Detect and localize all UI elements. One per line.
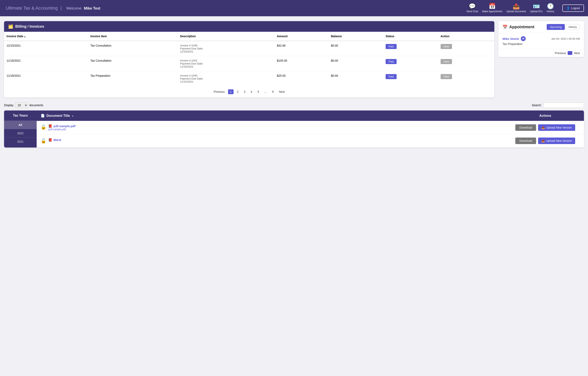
tax-year-2021[interactable]: 2021 xyxy=(4,137,37,146)
search-label: Search: xyxy=(532,104,542,107)
view-button[interactable]: View xyxy=(441,44,452,49)
docs-search-input[interactable] xyxy=(543,103,584,108)
doc-filename: 📕 pdf-sample.pdf xyxy=(48,124,75,128)
pagination-page-4[interactable]: 4 xyxy=(249,89,254,94)
download-button-0[interactable]: Download xyxy=(515,124,536,131)
col-status: Status xyxy=(383,32,438,41)
tab-upcoming[interactable]: Upcoming xyxy=(547,24,565,30)
documents-label: documents xyxy=(29,104,43,107)
doc-filename: 📕 Btest xyxy=(48,138,61,142)
cell-item: Tax Preparation xyxy=(88,71,178,86)
upload-new-button-0[interactable]: 📤 Upload New Version xyxy=(538,124,575,131)
welcome-text: Welcome Mike Test xyxy=(64,5,100,10)
upload-new-icon: 📤 xyxy=(541,126,545,129)
doc-row: 🔓 📕 pdf-sample.pdf (pdf-sample.pdf) Down… xyxy=(37,121,584,134)
tax-year-all[interactable]: All xyxy=(4,121,37,129)
nav-upload-ids[interactable]: 🪪 Upload ID's xyxy=(530,3,543,13)
appt-page-num: 1 xyxy=(568,51,572,55)
appointment-section: 📅 Appointment Upcoming History Mike Stee… xyxy=(498,21,584,57)
upload-new-button-1[interactable]: 📤 Upload New Version xyxy=(538,137,575,144)
appointment-icon: 📅 xyxy=(502,25,508,30)
cell-item: Tax Consultation xyxy=(88,56,178,71)
nav-upload-document[interactable]: 📤 Upload Document xyxy=(506,3,526,13)
pagination-page-1[interactable]: 1 xyxy=(228,89,234,94)
billing-header: 🗂️ Billing / Invoices xyxy=(4,21,494,32)
cell-balance: $0.00 xyxy=(328,41,383,56)
appt-name-text: Mike Steele xyxy=(502,37,519,41)
mail-icon[interactable]: ✉ xyxy=(521,36,526,41)
logout-label: Logout xyxy=(571,7,580,10)
brand: Ultimate Tax & Accounting | Welcome Mike… xyxy=(4,5,100,11)
chat-icon: 💬 xyxy=(469,3,476,9)
appt-top: Mike Steele ✉ Jan 04, 2022 | 09:30 AM xyxy=(502,36,580,41)
billing-title: Billing / Invoices xyxy=(15,24,44,29)
pagination-ellipsis: ... xyxy=(262,89,269,94)
pagination-page-5[interactable]: 5 xyxy=(256,89,261,94)
col-invoice-item: Invoice Item xyxy=(88,32,178,41)
docs-table-wrap: Tax Years All 2022 2021 📄 Document Title… xyxy=(4,110,584,147)
col-invoice-date: Invoice Date xyxy=(4,32,88,41)
history-icon: 🕐 xyxy=(547,3,554,9)
nav-label-upload: Upload Document xyxy=(506,10,526,13)
tab-history[interactable]: History xyxy=(566,24,580,30)
table-row: 11/16/2021 Tax Consultation Invoice #:10… xyxy=(4,56,494,71)
cell-amount: $25.00 xyxy=(274,71,329,86)
docs-main: 📄 Document Title ▲ Actions 🔓 📕 pdf-sampl… xyxy=(37,110,584,147)
doc-file-info: 📕 pdf-sample.pdf (pdf-sample.pdf) xyxy=(48,124,75,131)
cell-balance: $0.00 xyxy=(328,56,383,71)
id-icon: 🪪 xyxy=(533,3,540,9)
pagination-page-2[interactable]: 2 xyxy=(235,89,240,94)
nav-send-chat[interactable]: 💬 Send Chat xyxy=(466,3,478,13)
upload-new-icon: 📤 xyxy=(541,139,545,142)
view-button[interactable]: View xyxy=(441,74,452,79)
user-name: Mike Test xyxy=(84,6,100,10)
doc-title-icon: 📄 xyxy=(41,114,45,118)
cell-description: Invoice #:1048 Payment Due Date: 12/16/2… xyxy=(178,41,274,56)
billing-table: Invoice Date Invoice Item Description Am… xyxy=(4,32,494,86)
search-right: Search: xyxy=(532,103,584,108)
display-select[interactable]: 10 25 50 100 xyxy=(15,102,28,108)
cell-balance: $0.00 xyxy=(328,71,383,86)
docs-col-title-text: Document Title xyxy=(46,114,70,118)
status-paid-badge: Paid xyxy=(386,59,397,64)
view-button[interactable]: View xyxy=(441,59,452,64)
doc-row-actions: Download 📤 Upload New Version xyxy=(507,137,584,144)
docs-title-header: 📄 Document Title ▲ xyxy=(37,110,507,121)
doc-row-actions: Download 📤 Upload New Version xyxy=(507,124,584,131)
cell-status: Paid xyxy=(383,41,438,56)
nav-label-history: History xyxy=(547,10,554,13)
table-row: 11/16/2021 Tax Preparation Invoice #:104… xyxy=(4,71,494,86)
logout-button[interactable]: 👤 Logout xyxy=(562,4,584,12)
status-paid-badge: Paid xyxy=(386,44,397,49)
pdf-icon: 📕 xyxy=(48,124,52,128)
header-nav: 💬 Send Chat 📅 Make Appointment 📤 Upload … xyxy=(466,3,584,13)
upload-icon: 📤 xyxy=(513,3,520,9)
tax-years-column: Tax Years All 2022 2021 xyxy=(4,110,37,147)
table-row: 12/15/2021 Tax Consultation Invoice #:10… xyxy=(4,41,494,56)
appointment-header: 📅 Appointment Upcoming History xyxy=(498,21,584,33)
cell-date: 11/16/2021 xyxy=(4,56,88,71)
pagination-previous[interactable]: Previous xyxy=(212,89,227,94)
doc-row: 🔓 📕 Btest Download 📤 Upload New Version xyxy=(37,134,584,147)
nav-make-appointment[interactable]: 📅 Make Appointment xyxy=(482,3,502,13)
appt-prev[interactable]: Previous xyxy=(555,52,566,55)
brand-text: Ultimate Tax & Accounting xyxy=(6,5,58,10)
cell-description: Invoice #:1041 Payment Due Date: 11/16/2… xyxy=(178,56,274,71)
doc-file-info: 📕 Btest xyxy=(48,138,61,142)
documents-section: Display 10 25 50 100 documents Search: T… xyxy=(0,102,588,152)
pagination-page-3[interactable]: 3 xyxy=(242,89,247,94)
cell-date: 12/15/2021 xyxy=(4,41,88,56)
sort-arrow-icon: ▲ xyxy=(72,114,74,117)
nav-history[interactable]: 🕐 History xyxy=(547,3,554,13)
download-button-1[interactable]: Download xyxy=(515,137,536,144)
billing-section: 🗂️ Billing / Invoices Invoice Date Invoi… xyxy=(4,21,494,97)
col-description: Description xyxy=(178,32,274,41)
docs-col-actions-text: Actions xyxy=(507,111,584,121)
appt-next[interactable]: Next xyxy=(574,52,580,55)
pagination-page-9[interactable]: 9 xyxy=(270,89,276,94)
pdf-icon: 📕 xyxy=(48,138,52,142)
tax-year-2022[interactable]: 2022 xyxy=(4,129,37,137)
pagination-next[interactable]: Next xyxy=(277,89,287,94)
appt-pagination: Previous 1 Next xyxy=(498,49,584,57)
cell-amount: $42.80 xyxy=(274,41,329,56)
